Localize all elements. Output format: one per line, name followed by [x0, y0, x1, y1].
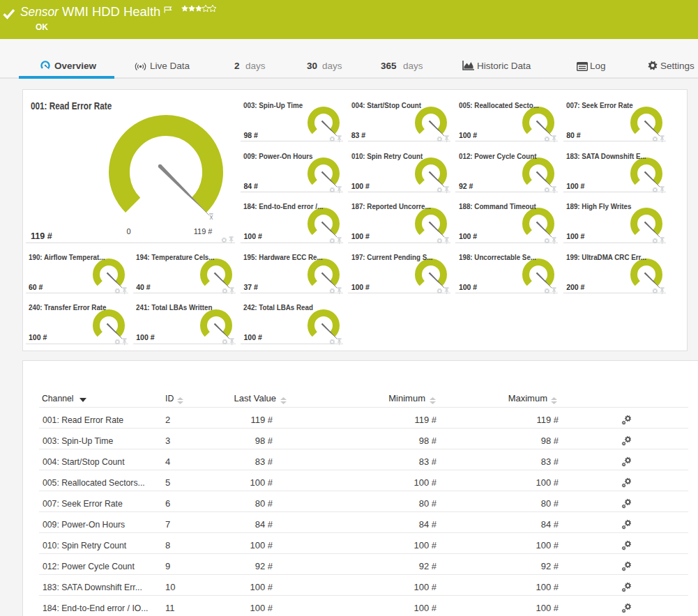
svg-text:x: x — [209, 213, 213, 221]
